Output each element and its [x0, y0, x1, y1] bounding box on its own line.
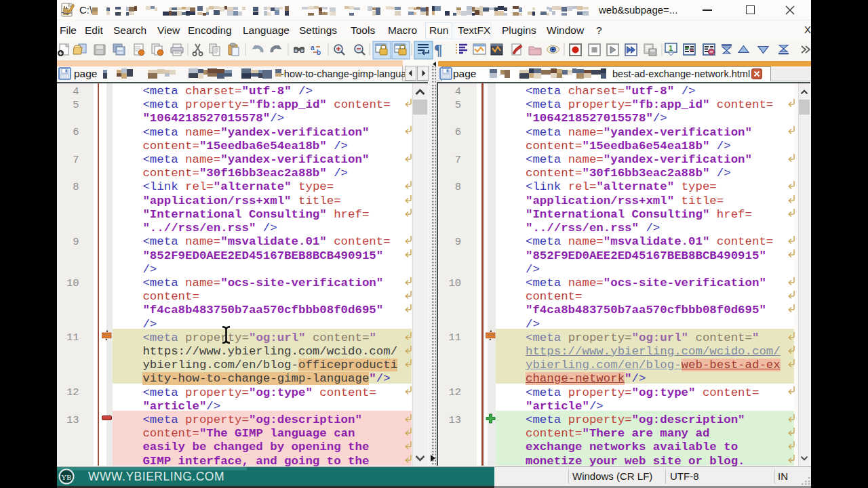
- svg-text:¶: ¶: [434, 41, 442, 58]
- svg-text:a: a: [311, 44, 315, 52]
- svg-text:YB: YB: [61, 473, 71, 481]
- svg-text:1: 1: [669, 44, 673, 52]
